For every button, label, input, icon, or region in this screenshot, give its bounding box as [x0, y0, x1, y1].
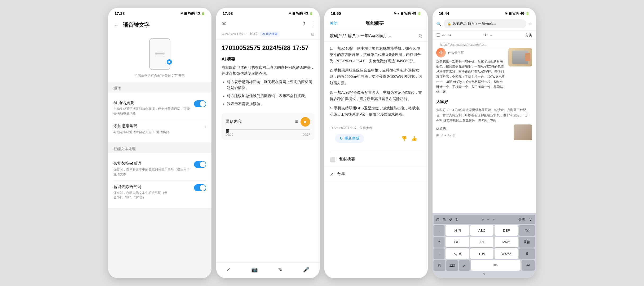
replace-sensitive-title: 智能替换敏感词 — [113, 161, 191, 166]
kb-redo[interactable]: ↻ — [454, 216, 460, 223]
play-button[interactable] — [301, 117, 310, 127]
phone2-bottom-bar: ✓ 📷 ✎ 🎤 — [216, 262, 320, 278]
audio-progress-bar[interactable] — [226, 129, 310, 130]
call-title-block: 17010052575 2024/5/28 17:57 — [216, 39, 320, 54]
copy-summary-action[interactable]: ⬜ 复制摘要 — [324, 152, 428, 167]
add-icon[interactable]: + — [484, 32, 487, 38]
remove-filler-toggle[interactable] — [194, 184, 206, 191]
kb-icon2[interactable]: ⊞ — [442, 216, 447, 223]
edit-icon[interactable]: ✎ — [278, 266, 283, 273]
link-icon[interactable]: ⛓ — [418, 34, 422, 38]
space-key[interactable]: 中· — [471, 260, 521, 271]
key-delete[interactable]: ⌫ — [519, 225, 535, 236]
comment-text: 媳妇的... — [436, 124, 511, 133]
keyboard-bottom-row: 符 123 🎤 中· ↵ — [434, 260, 535, 271]
more-icon[interactable]: ⋮ — [310, 21, 314, 27]
share-icon[interactable]: ⤴ — [303, 21, 305, 27]
key-ghi[interactable]: GHI — [445, 237, 469, 247]
classify-kb-label[interactable]: 分类 — [517, 216, 527, 223]
browser-toolbar: ☰ ↩ ↪ + − 分类 — [433, 31, 536, 40]
keyboard-row2: ? GHI JKL MNO 重输 — [434, 237, 535, 247]
phone1-status-bar: 17:28 ✳ ▣ WiFi 4G 🔋 — [108, 8, 211, 17]
progress-dot — [226, 130, 229, 133]
key-zero[interactable]: 0 — [519, 248, 535, 259]
key-exclaim[interactable]: ! — [434, 248, 444, 259]
phone4-frame: 16:44 ✳ ▣ WiFi 4G 🔋 🔍 🔒 数码产品 篇八：一加Ace3… … — [433, 8, 536, 278]
back-arrow-icon[interactable]: ← — [113, 22, 119, 28]
camera-icon[interactable]: 📷 — [251, 266, 258, 273]
call-meta: 2024/5/28 17:58 | 103字 AI 通话摘要 ⊡ — [216, 30, 320, 39]
time-total: 00:27 — [303, 133, 310, 136]
key-comma[interactable]: , — [434, 225, 444, 236]
audio-menu-icon[interactable]: ≡ — [295, 119, 298, 124]
undo-icon[interactable]: ↩ — [442, 33, 445, 38]
list-item[interactable]: 添加指定号码 与指定号码通话时自动开启 AI 通话摘要 › — [113, 120, 206, 138]
bullets-icon[interactable]: ☰ — [436, 33, 440, 38]
phone3-status-bar: 16:50 ✳ ● ▣ WiFi 4G 🔋 — [324, 8, 428, 17]
save-icon[interactable]: ⊡ — [311, 32, 314, 36]
share-label: 分享 — [337, 171, 345, 176]
classify-label[interactable]: 分类 — [525, 33, 532, 38]
summary-item-3: 3. 一加Ace3的摄像头配置强大，主摄为索尼IMX890，支持多种拍摄模式，照… — [330, 90, 422, 102]
ai-intro: 商标回访电话询问我在官网上查询的商标问题是否解决，并建议加微信以便后期查询。 — [216, 64, 320, 79]
url-input[interactable]: 🔒 数码产品 篇八：一加Ace3… — [444, 19, 526, 28]
key-jkl[interactable]: JKL — [470, 237, 494, 247]
keyboard-toolbar: ⊡ ⊞ ↺ ↻ + − ≡ 分类 ∨ — [434, 215, 535, 224]
regen-button[interactable]: ↻ 重新生成 — [335, 134, 364, 143]
phone1-header: ← 语音转文字 — [108, 17, 211, 32]
kb-plus[interactable]: + — [481, 216, 485, 223]
chevron-right-icon: › — [205, 124, 206, 130]
minus-icon[interactable]: − — [490, 33, 492, 37]
call-title: 17010052575 2024/5/28 17:57 — [222, 44, 314, 52]
key-fen-ci[interactable]: 分词 — [445, 225, 469, 236]
close-button[interactable]: 关闭 — [330, 21, 338, 26]
key-chong-shu[interactable]: 重输 — [519, 237, 535, 247]
key-mno[interactable]: MNO — [495, 237, 518, 247]
close-icon[interactable]: ✕ — [222, 20, 226, 27]
kb-undo[interactable]: ↺ — [448, 216, 453, 223]
list-item: 智能替换敏感词 保存时，自动将文本中的敏感词替换为星号（仅适用于通话文本） — [113, 157, 206, 181]
key-123[interactable]: 123 — [446, 260, 458, 271]
key-wxyz[interactable]: WXYZ — [495, 248, 518, 259]
key-abc[interactable]: ABC — [470, 225, 494, 236]
list-item: 智能去除语气词 保存时，自动去除文本中的语气词（例如"啊"、"唤"、"吧"等） — [113, 181, 206, 204]
indicator-dot — [167, 59, 172, 65]
phone4-content: https://post.m.smzdm.com/p/az... 什 什么值得买… — [433, 40, 536, 213]
web-content: https://post.m.smzdm.com/p/az... 什 什么值得买… — [433, 40, 536, 140]
ai-badge: AI 通话摘要 — [260, 32, 280, 37]
replace-sensitive-toggle[interactable] — [194, 161, 206, 168]
summary-text: 1. 一加Ace3是一款中端价格的旗舰性能手机，拥有6.78英寸的东方眼眸屏，搭… — [324, 42, 428, 125]
thumbs-down-icon[interactable]: 👎 — [401, 136, 407, 141]
key-question[interactable]: ? — [434, 237, 444, 247]
second-article-row: 媳妇的... ☰ ⇄ + Aa ⊡ — [436, 124, 532, 140]
check-icon[interactable]: ✓ — [226, 266, 231, 273]
mic-icon[interactable]: 🎤 — [303, 266, 310, 273]
phone2-header: ✕ ⤴ ⋮ — [216, 17, 320, 30]
redo-icon[interactable]: ↪ — [448, 33, 451, 38]
bookmark-icon[interactable]: ☆ — [528, 21, 532, 26]
list-item: 我表示不需要加微信。 — [227, 101, 314, 107]
key-pqrs[interactable]: PQRS — [445, 248, 469, 259]
kb-menu[interactable]: ≡ — [491, 216, 496, 223]
url-text: 数码产品 篇八：一加Ace3… — [453, 21, 523, 26]
thumbs-up-icon[interactable]: 👍 — [411, 136, 417, 141]
key-fu[interactable]: 符 — [434, 260, 445, 271]
key-def[interactable]: DEF — [495, 225, 518, 236]
phone3-content: 数码产品 篇八：一加Ace3满月… ⛓ 1. 一加Ace3是一款中端价格的旗舰性… — [324, 29, 428, 278]
key-tuv[interactable]: TUV — [470, 248, 494, 259]
section-header: 大家好 — [436, 97, 532, 106]
kb-icon1[interactable]: ⊡ — [435, 216, 440, 223]
url-label: https://post.m.smzdm.com/p/az... — [436, 42, 532, 48]
enter-key[interactable]: ↵ — [522, 260, 535, 271]
copy-label: 复制摘要 — [339, 157, 355, 162]
share-action[interactable]: ↗ 分享 — [324, 167, 428, 181]
kb-chevron-down-icon[interactable]: ∨ — [528, 216, 533, 223]
kb-minus[interactable]: − — [486, 216, 490, 223]
key-mic[interactable]: 🎤 — [459, 260, 470, 271]
ai-summary-toggle[interactable] — [194, 100, 206, 107]
kb-down-icon[interactable]: ∨ — [483, 272, 486, 276]
section2-title: 智能文本处理 — [108, 143, 211, 153]
phone2-content: 2024/5/28 17:58 | 103字 AI 通话摘要 ⊡ 1701005… — [216, 30, 320, 262]
replace-sensitive-desc: 保存时，自动将文本中的敏感词替换为星号（仅适用于通话文本） — [113, 167, 191, 177]
ai-bullet-list: 对方表示是商标回访，询问我在官网上查询的商标问题是否解决。 对方建议加微信以便后… — [216, 79, 320, 113]
